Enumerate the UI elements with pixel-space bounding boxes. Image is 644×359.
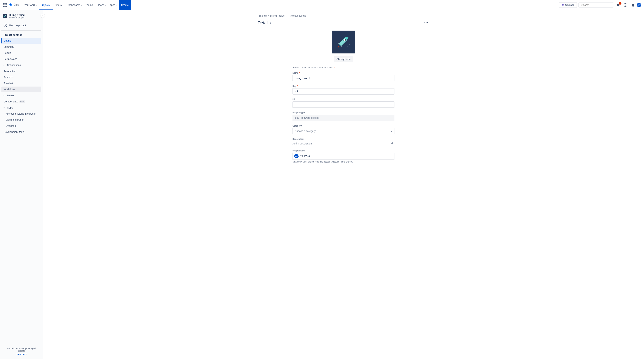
project-type-label: Project type [292,111,394,114]
create-button[interactable]: Create [119,0,131,10]
chevron-right-icon: ▸ [4,64,5,66]
back-to-project[interactable]: Back to project [2,22,41,29]
content: Projects / Hiring Project / Project sett… [258,14,429,355]
main: Projects / Hiring Project / Project sett… [43,10,644,359]
edit-description-button[interactable] [390,141,394,146]
description-placeholder[interactable]: Add a description [292,141,312,146]
header: Jira Your work▾ Projects▾ Filters▾ Dashb… [0,0,644,10]
more-actions-button[interactable] [423,19,429,26]
sidebar-item-opsgenie[interactable]: Opsgenie [2,123,41,129]
chevron-down-icon: ▾ [116,4,117,6]
search-input[interactable] [582,3,613,6]
svg-point-9 [338,38,339,38]
svg-text:?: ? [625,4,626,6]
nav-your-work[interactable]: Your work▾ [23,0,38,10]
sidebar-item-people[interactable]: People [2,50,41,56]
sidebar: Hiring Project Software project Back to … [0,10,43,359]
chevron-down-icon: ▾ [4,107,5,109]
nav-teams[interactable]: Teams▾ [84,0,96,10]
svg-point-6 [424,22,425,23]
category-select[interactable]: Choose a category ⌄ [292,128,394,134]
new-badge: NEW [20,100,25,103]
sidebar-item-components[interactable]: Components NEW [2,99,41,104]
form-group-category: Category Choose a category ⌄ [292,125,394,134]
upgrade-button[interactable]: Upgrade [559,2,577,8]
pencil-icon [391,142,394,145]
lead-label: Project lead [292,149,394,152]
sidebar-item-notifications[interactable]: ▸Notifications [2,62,41,68]
nav-dashboards[interactable]: Dashboards▾ [65,0,83,10]
user-avatar[interactable]: JSU [637,3,641,7]
chevron-down-icon: ▾ [62,4,63,6]
sidebar-item-features[interactable]: Features [2,74,41,80]
sidebar-item-slack-integration[interactable]: Slack integration [2,117,41,123]
description-label: Description [292,138,394,140]
svg-point-8 [427,22,428,23]
jira-icon [8,3,13,7]
breadcrumb: Projects / Hiring Project / Project sett… [258,14,429,17]
svg-point-11 [348,37,349,37]
chevron-down-icon: ▾ [81,4,82,6]
lead-select[interactable]: JSU JSU Test [292,153,394,160]
svg-point-17 [344,39,346,41]
jira-logo[interactable]: Jira [8,3,19,7]
sidebar-item-workflows[interactable]: Workflows [2,86,41,92]
url-label: URL [292,98,394,101]
help-button[interactable]: ? [622,2,628,8]
url-input[interactable] [292,101,394,108]
more-icon [424,20,428,25]
section-title: Project settings [2,32,41,38]
breadcrumb-projects[interactable]: Projects [258,14,267,17]
chevron-down-icon: ▾ [94,4,94,6]
svg-point-13 [338,45,338,45]
upgrade-icon [561,3,564,6]
header-right: Upgrade 9 ? JSU [559,2,641,8]
form-group-url: URL [292,98,394,108]
change-icon-button[interactable]: Change icon [334,56,353,62]
nav-plans[interactable]: Plans▾ [96,0,107,10]
sidebar-item-details[interactable]: Details [2,38,41,44]
breadcrumb-settings[interactable]: Project settings [289,14,306,17]
back-icon [4,23,7,27]
sidebar-item-dev-tools[interactable]: Development tools [2,129,41,135]
name-input[interactable] [292,75,394,81]
sidebar-item-issues[interactable]: ▸Issues [2,93,41,98]
form-group-name: Name * [292,72,394,81]
form-group-lead: Project lead JSU JSU Test Make sure your… [292,149,394,163]
svg-point-12 [349,40,349,41]
learn-more-link[interactable]: Learn more [4,353,39,356]
project-icon [3,14,7,18]
project-header[interactable]: Hiring Project Software project [2,13,41,22]
nav-filters[interactable]: Filters▾ [53,0,64,10]
icon-section: Change icon [292,30,394,62]
notifications-button[interactable]: 9 [616,2,621,8]
sidebar-item-summary[interactable]: Summary [2,44,41,50]
nav-apps[interactable]: Apps▾ [108,0,118,10]
app-switcher-icon[interactable] [3,3,7,7]
sidebar-item-automation[interactable]: Automation [2,68,41,74]
search-box[interactable] [578,2,614,7]
sidebar-item-toolchain[interactable]: Toolchain [2,80,41,86]
key-input[interactable] [292,88,394,95]
sidebar-item-teams-integration[interactable]: Microsoft Teams integration [2,111,41,117]
category-label: Category [292,125,394,127]
lead-help-text: Make sure your project lead has access t… [292,161,394,163]
key-label: Key * [292,85,394,87]
collapse-sidebar-button[interactable] [40,13,45,18]
nav-projects[interactable]: Projects▾ [39,0,53,10]
settings-button[interactable] [630,2,636,8]
chevron-down-icon: ▾ [36,4,37,6]
form-container: Change icon Required fields are marked w… [292,30,394,163]
gear-icon [631,3,634,7]
project-name: Hiring Project [9,13,26,16]
sidebar-footer: You're in a company-managed project Lear… [2,345,41,358]
layout: Hiring Project Software project Back to … [0,10,644,359]
sidebar-item-apps[interactable]: ▾Apps [2,105,41,110]
page-title: Details [258,20,271,25]
chevron-left-icon [42,15,44,17]
breadcrumb-project[interactable]: Hiring Project [270,14,285,17]
notification-badge: 9 [618,2,622,5]
form-group-description: Description Add a description [292,138,394,146]
lead-avatar: JSU [294,154,298,158]
sidebar-item-permissions[interactable]: Permissions [2,56,41,62]
